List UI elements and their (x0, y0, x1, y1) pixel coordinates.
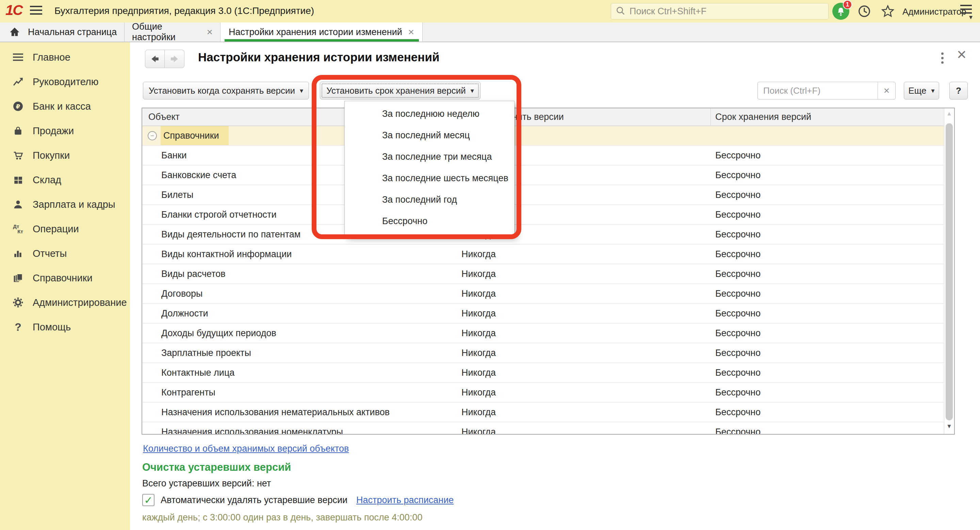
sidebar-item-purchases[interactable]: Покупки (0, 143, 130, 168)
cell-when: Никогда (461, 383, 496, 402)
dropdown-item-last-month[interactable]: За последний месяц (345, 125, 514, 146)
cell-object: Виды контактной информации (161, 244, 292, 263)
table-row[interactable]: Банковские счетаНикогдаБессрочно (142, 166, 944, 185)
stored-versions-link[interactable]: Количество и объем хранимых версий объек… (143, 444, 349, 454)
dropdown-item-last-year[interactable]: За последний год (345, 189, 514, 211)
group-label: Справочники (163, 126, 219, 145)
more-button[interactable]: Еще▾ (904, 82, 939, 99)
ruble-circle-icon: ₽ (10, 101, 26, 112)
notification-badge: 1 (843, 0, 852, 9)
scroll-down-icon[interactable]: ▼ (944, 423, 954, 430)
sidebar-item-directories[interactable]: Справочники (0, 266, 130, 290)
history-icon[interactable] (858, 5, 870, 18)
tab-general-settings[interactable]: Общие настройки × (124, 22, 221, 42)
app-title: Бухгалтерия предприятия, редакция 3.0 (1… (54, 5, 314, 16)
search-icon (616, 6, 626, 16)
cell-term: Бессрочно (715, 284, 760, 303)
sidebar-item-payroll-hr[interactable]: Зарплата и кадры (0, 192, 130, 217)
cleanup-section-title: Очистка устаревших версий (142, 461, 291, 473)
dropdown-item-last-three-months[interactable]: За последние три месяца (345, 146, 514, 168)
cell-term: Бессрочно (715, 244, 760, 263)
dropdown-item-last-week[interactable]: За последнюю неделю (345, 103, 514, 125)
sidebar-item-help[interactable]: ? Помощь (0, 315, 130, 339)
sidebar-item-administration[interactable]: Администрирование (0, 290, 130, 315)
caret-down-icon: ▾ (931, 86, 934, 95)
storage-term-dropdown: За последнюю неделю За последний месяц З… (344, 101, 514, 236)
table-row[interactable]: КонтрагентыНикогдаБессрочно (142, 383, 944, 402)
cell-term: Бессрочно (715, 166, 760, 185)
main-content: Настройки хранения истории изменений × У… (130, 42, 980, 530)
cell-term: Бессрочно (715, 324, 760, 343)
favorites-star-icon[interactable] (881, 5, 894, 18)
tab-home-page[interactable]: Начальная страница (0, 22, 124, 42)
table-row[interactable]: БилетыНикогдаБессрочно (142, 185, 944, 205)
vertical-scrollbar[interactable]: ▲ ▼ (944, 108, 954, 434)
cart-icon (10, 150, 26, 160)
table-row[interactable]: Зарплатные проектыНикогдаБессрочно (142, 343, 944, 363)
tab-version-history-settings[interactable]: Настройки хранения истории изменений × (221, 22, 423, 42)
table-search-input[interactable]: Поиск (Ctrl+F) × (757, 82, 896, 99)
dropdown-item-indefinite[interactable]: Бессрочно (345, 211, 514, 232)
sidebar-item-bank-cash[interactable]: ₽ Банк и касса (0, 94, 130, 118)
cell-object: Билеты (161, 185, 193, 204)
sidebar-item-warehouse[interactable]: Склад (0, 168, 130, 192)
books-icon (10, 273, 26, 283)
gear-icon (10, 297, 26, 308)
close-page-icon[interactable]: × (957, 46, 966, 63)
objects-table: Объект Когда сохранять версии Срок хране… (142, 108, 955, 435)
cell-object: Контактные лица (161, 363, 234, 382)
help-button[interactable]: ? (950, 82, 968, 99)
table-row[interactable]: Бланки строгой отчетностиНикогдаБессрочн… (142, 205, 944, 225)
group-row-directories[interactable]: − Справочники (142, 126, 944, 146)
table-row[interactable]: ДолжностиНикогдаБессрочно (142, 304, 944, 324)
auto-delete-checkbox[interactable]: ✓ (142, 494, 154, 506)
set-storage-term-button[interactable]: Установить срок хранения версий▾ (320, 82, 480, 99)
clear-search-icon[interactable]: × (878, 82, 895, 99)
sidebar-item-manager[interactable]: Руководителю (0, 69, 130, 94)
tab-close-icon[interactable]: × (201, 26, 213, 38)
table-row[interactable]: Доходы будущих периодовНикогдаБессрочно (142, 324, 944, 343)
service-menu-icon[interactable]: ▾ (960, 5, 972, 14)
configure-schedule-link[interactable]: Настроить расписание (356, 495, 453, 506)
main-menu-icon[interactable] (30, 6, 42, 14)
cell-when: Никогда (461, 324, 496, 343)
set-when-save-versions-button[interactable]: Установить когда сохранять версии▾ (143, 82, 309, 99)
caret-down-icon: ▾ (471, 86, 474, 95)
table-row[interactable]: Виды деятельности по патентамНикогдаБесс… (142, 225, 944, 244)
cell-object: Виды расчетов (161, 264, 226, 283)
cell-when: Никогда (461, 304, 496, 323)
table-row[interactable]: ДоговорыНикогдаБессрочно (142, 284, 944, 304)
scrollbar-thumb[interactable] (946, 123, 953, 420)
global-search-input[interactable]: Поиск Ctrl+Shift+F (611, 3, 829, 19)
table-row[interactable]: Виды расчетовНикогдаБессрочно (142, 264, 944, 284)
forward-button[interactable] (165, 50, 185, 68)
more-menu-icon[interactable] (941, 53, 943, 64)
table-row[interactable]: БанкиНикогдаБессрочно (142, 146, 944, 166)
cell-term: Бессрочно (715, 264, 760, 283)
cell-when: Никогда (461, 343, 496, 362)
cell-term: Бессрочно (715, 225, 760, 244)
topbar: 1С Бухгалтерия предприятия, редакция 3.0… (0, 0, 980, 22)
table-row[interactable]: Виды контактной информацииНикогдаБессроч… (142, 244, 944, 264)
sidebar-item-main[interactable]: Главное (0, 45, 130, 69)
cell-term: Бессрочно (715, 383, 760, 402)
current-user[interactable]: Администратор (902, 6, 966, 17)
sidebar-item-sales[interactable]: Продажи (0, 118, 130, 143)
debit-credit-icon: ДтКт (10, 224, 26, 234)
sidebar-item-operations[interactable]: ДтКт Операции (0, 217, 130, 241)
page-title: Настройки хранения истории изменений (198, 50, 439, 64)
notifications-bell-icon[interactable]: 1 (832, 3, 850, 20)
active-tab-indicator (224, 39, 419, 42)
scroll-up-icon[interactable]: ▲ (944, 110, 954, 117)
table-row[interactable]: Контактные лицаНикогдаБессрочно (142, 363, 944, 383)
question-icon: ? (10, 321, 26, 334)
collapse-group-icon[interactable]: − (148, 131, 157, 140)
back-button[interactable] (145, 50, 165, 68)
cell-object: Доходы будущих периодов (161, 324, 276, 343)
tab-close-icon[interactable]: × (402, 26, 414, 38)
table-row[interactable]: Назначения использования номенклатурыНик… (142, 422, 944, 434)
sidebar-item-reports[interactable]: Отчеты (0, 241, 130, 266)
table-row[interactable]: Назначения использования нематериальных … (142, 402, 944, 422)
cell-object: Контрагенты (161, 383, 215, 402)
dropdown-item-last-six-months[interactable]: За последние шесть месяцев (345, 168, 514, 189)
